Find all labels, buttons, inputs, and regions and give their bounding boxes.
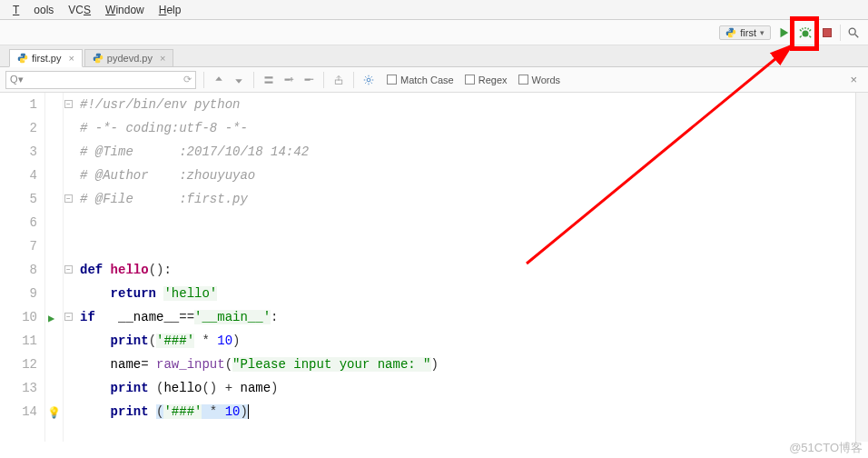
tab-close-icon[interactable]: × <box>160 53 165 64</box>
search-everywhere-icon[interactable] <box>844 24 863 42</box>
svg-rect-6 <box>265 81 273 83</box>
tab-close-icon[interactable]: × <box>68 53 74 64</box>
select-all-icon[interactable] <box>261 73 276 87</box>
menu-window[interactable]: Window <box>105 4 144 16</box>
settings-gear-icon[interactable] <box>361 73 376 87</box>
find-input[interactable]: Q▾ ⟳ <box>5 71 196 89</box>
svg-point-1 <box>732 35 733 36</box>
menu-help[interactable]: Help <box>159 4 182 16</box>
error-stripe <box>855 93 868 442</box>
svg-rect-8 <box>305 78 311 80</box>
gutter-icons: ▶ 💡 <box>45 93 64 442</box>
find-bar: Q▾ ⟳ Match Case Regex Words × <box>0 67 868 93</box>
svg-point-10 <box>367 78 370 82</box>
remove-selection-icon[interactable] <box>301 73 316 87</box>
menu-bar: Tools VCS Window Help <box>0 0 868 20</box>
python-icon <box>17 53 28 64</box>
python-icon <box>93 53 104 64</box>
menu-vcs[interactable]: VCS <box>68 4 91 16</box>
fold-marker-icon[interactable]: − <box>64 313 73 321</box>
history-icon[interactable]: ⟳ <box>183 74 192 85</box>
annotation-highlight-box <box>790 16 819 51</box>
line-number-gutter: 123 456 789 101112 1314 <box>0 93 45 442</box>
match-case-checkbox[interactable]: Match Case <box>387 75 454 85</box>
stop-button[interactable] <box>818 24 836 42</box>
intention-bulb-icon[interactable]: 💡 <box>47 406 61 420</box>
next-occurrence-icon[interactable] <box>232 73 246 87</box>
svg-point-0 <box>729 28 730 29</box>
close-find-bar-icon[interactable]: × <box>844 73 863 86</box>
fold-marker-icon[interactable]: − <box>64 194 73 203</box>
svg-point-3 <box>849 28 855 35</box>
python-icon <box>725 27 736 38</box>
add-selection-icon[interactable] <box>281 73 296 87</box>
prev-occurrence-icon[interactable] <box>212 73 226 87</box>
svg-rect-5 <box>265 76 273 78</box>
code-editor[interactable]: 123 456 789 101112 1314 ▶ 💡 − − − − #!/u… <box>0 93 868 442</box>
regex-checkbox[interactable]: Regex <box>465 75 508 85</box>
chevron-down-icon: ▾ <box>760 28 764 37</box>
toolbar: first ▾ <box>0 20 868 45</box>
run-line-icon[interactable]: ▶ <box>48 312 54 325</box>
run-config-dropdown[interactable]: first ▾ <box>719 25 771 40</box>
fold-marker-icon[interactable]: − <box>64 100 73 108</box>
fold-gutter: − − − − <box>64 93 76 442</box>
words-checkbox[interactable]: Words <box>518 75 561 85</box>
tab-label: pydevd.py <box>107 53 153 64</box>
svg-rect-7 <box>285 78 291 80</box>
tab-first-py[interactable]: first.py × <box>9 49 83 67</box>
export-icon[interactable] <box>331 73 346 87</box>
fold-marker-icon[interactable]: − <box>64 265 73 274</box>
code-area[interactable]: #!/usr/bin/env python # -*- coding:utf-8… <box>76 93 855 442</box>
tab-label: first.py <box>32 53 61 64</box>
tab-pydevd-py[interactable]: pydevd.py × <box>84 49 174 67</box>
menu-tools[interactable]: Tools <box>13 4 54 16</box>
watermark-text: @51CTO博客 <box>789 440 863 456</box>
run-config-label: first <box>740 27 756 38</box>
editor-tabs: first.py × pydevd.py × <box>0 45 868 67</box>
